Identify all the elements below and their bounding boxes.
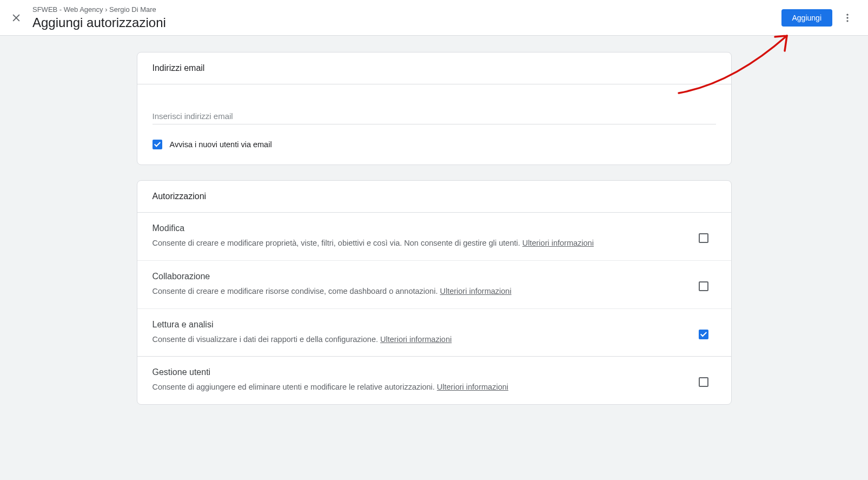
- permission-text: Lettura e analisiConsente di visualizzar…: [153, 320, 699, 346]
- header-titles: SFWEB - Web Agency › Sergio Di Mare Aggi…: [32, 5, 781, 30]
- permission-checkbox-wrap: [699, 223, 716, 243]
- permission-row: Lettura e analisiConsente di visualizzar…: [137, 308, 731, 357]
- permission-title: Modifica: [153, 223, 688, 233]
- permission-checkbox[interactable]: [699, 330, 708, 339]
- close-icon: [11, 12, 22, 23]
- more-vert-icon: [842, 12, 853, 23]
- permission-checkbox-wrap: [699, 272, 716, 291]
- permission-checkbox-wrap: [699, 367, 716, 387]
- add-button[interactable]: Aggiungi: [781, 9, 833, 27]
- permissions-list: ModificaConsente di creare e modificare …: [137, 213, 731, 404]
- breadcrumb-account: SFWEB - Web Agency: [32, 5, 103, 14]
- permission-text: ModificaConsente di creare e modificare …: [153, 223, 699, 249]
- permissions-card-title: Autorizzazioni: [137, 181, 731, 213]
- permission-text: Gestione utentiConsente di aggiungere ed…: [153, 367, 699, 393]
- notify-checkbox[interactable]: [153, 140, 162, 149]
- notify-row: Avvisa i nuovi utenti via email: [153, 140, 716, 149]
- email-input[interactable]: [153, 108, 716, 124]
- permission-description: Consente di aggiungere ed eliminare uten…: [153, 382, 688, 393]
- close-button[interactable]: [5, 7, 27, 29]
- permission-checkbox[interactable]: [699, 233, 708, 243]
- breadcrumb-sep: ›: [103, 5, 110, 14]
- breadcrumb: SFWEB - Web Agency › Sergio Di Mare: [32, 5, 781, 14]
- permission-title: Collaborazione: [153, 272, 688, 281]
- more-info-link[interactable]: Ulteriori informazioni: [380, 335, 452, 344]
- email-card-title: Indirizzi email: [137, 52, 731, 84]
- permission-row: Gestione utentiConsente di aggiungere ed…: [137, 356, 731, 404]
- content-area: Indirizzi email Avvisa i nuovi utenti vi…: [137, 36, 732, 442]
- svg-point-2: [846, 14, 848, 15]
- permission-title: Lettura e analisi: [153, 320, 688, 330]
- permissions-card: Autorizzazioni ModificaConsente di crear…: [137, 180, 732, 405]
- more-info-link[interactable]: Ulteriori informazioni: [437, 383, 508, 391]
- notify-label: Avvisa i nuovi utenti via email: [170, 140, 272, 149]
- more-info-link[interactable]: Ulteriori informazioni: [440, 287, 511, 295]
- more-info-link[interactable]: Ulteriori informazioni: [522, 239, 594, 247]
- page-title: Aggiungi autorizzazioni: [32, 15, 781, 30]
- svg-point-3: [846, 17, 848, 18]
- permission-description: Consente di visualizzare i dati dei rapp…: [153, 334, 688, 346]
- breadcrumb-user: Sergio Di Mare: [109, 5, 156, 14]
- permission-description: Consente di creare e modificare propriet…: [153, 238, 688, 249]
- svg-point-4: [846, 20, 848, 22]
- more-menu-button[interactable]: [837, 7, 858, 29]
- permission-title: Gestione utenti: [153, 367, 688, 377]
- permission-row: CollaborazioneConsente di creare e modif…: [137, 260, 731, 308]
- permission-checkbox-wrap: [699, 320, 716, 339]
- permission-text: CollaborazioneConsente di creare e modif…: [153, 272, 699, 298]
- permission-checkbox[interactable]: [699, 377, 708, 387]
- header-bar: SFWEB - Web Agency › Sergio Di Mare Aggi…: [0, 0, 868, 36]
- permission-description: Consente di creare e modificare risorse …: [153, 286, 688, 298]
- permission-row: ModificaConsente di creare e modificare …: [137, 213, 731, 260]
- permission-checkbox[interactable]: [699, 281, 708, 291]
- email-card: Indirizzi email Avvisa i nuovi utenti vi…: [137, 52, 732, 165]
